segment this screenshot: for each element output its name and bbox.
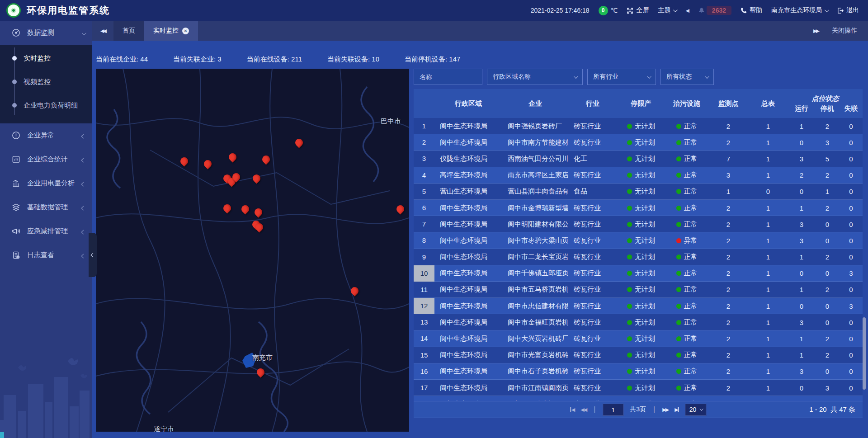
col-header[interactable]: 企业 [502, 99, 568, 108]
sidebar-item-6[interactable]: 日志查看 [0, 243, 92, 267]
cell-limit-status: 无计划 [617, 367, 665, 376]
row-index: 6 [414, 200, 434, 216]
row-index: 15 [414, 347, 434, 363]
table-row[interactable]: 10阆中生态环境局阆中千佛镇五郎垭页岩砖瓦行业无计划正常21003 [414, 265, 863, 282]
cell-run: 0 [788, 139, 815, 146]
table-row[interactable]: 11阆中生态环境局阆中市五马桥页岩机砖砖瓦行业无计划正常21120 [414, 282, 863, 298]
status-select[interactable]: 所有状态 [660, 69, 714, 85]
table-row[interactable]: 17阆中生态环境局阆中市江南镇阆南页岩砖瓦行业无计划正常21030 [414, 380, 863, 396]
pagination-bar: ◀ ◀◀ | 1 共3页 | ▶▶ ▶ 20 1 - 20 共 47 条 [414, 401, 863, 418]
table-row[interactable]: 1阆中生态环境局阆中强锐页岩砖厂砖瓦行业无计划正常21120 [414, 118, 863, 134]
cell-run: 0 [788, 269, 815, 277]
industry-select[interactable]: 所有行业 [587, 69, 656, 85]
cell-limit-status: 无计划 [617, 122, 665, 131]
cell-run: 0 [788, 384, 815, 392]
col-header[interactable]: 停限产 [617, 99, 665, 108]
cell-lost: 0 [840, 155, 863, 163]
cell-stop: 1 [815, 188, 840, 195]
sidebar-item-2[interactable]: 企业综合统计 [0, 147, 92, 171]
sidebar-item-4[interactable]: 基础数据管理 [0, 195, 92, 219]
cell-points: 2 [708, 139, 748, 146]
cell-points: 2 [708, 367, 748, 375]
cell-meters: 1 [748, 139, 788, 146]
cell-region: 阆中生态环境局 [434, 269, 502, 278]
cell-stop: 3 [815, 384, 840, 392]
table-row[interactable]: 14阆中生态环境局阆中大兴页岩机砖厂砖瓦行业无计划正常21120 [414, 330, 863, 347]
page-input[interactable]: 1 [603, 404, 623, 416]
row-index: 8 [414, 232, 434, 249]
col-subheader[interactable]: 运行 [788, 104, 815, 118]
status-dot-icon [627, 206, 632, 211]
notifications[interactable]: 🔔︎ 2632 [698, 6, 731, 15]
prev-page-button[interactable]: ◀◀ [580, 407, 586, 413]
sidebar-subitem-企业电力负荷明细[interactable]: 企业电力负荷明细 [0, 94, 92, 117]
table-row[interactable]: 16阆中生态环境局阆中市石子页岩机砖厂砖瓦行业无计划正常21300 [414, 363, 863, 380]
cell-region: 仪陇生态环境局 [434, 155, 502, 163]
chevron-down-icon [825, 8, 829, 12]
first-page-button[interactable]: ◀ [570, 407, 574, 413]
org-menu[interactable]: 南充市生态环境局 [771, 6, 828, 14]
row-index: 3 [414, 151, 434, 167]
panel-collapse-handle[interactable] [89, 233, 97, 277]
tab-realtime-monitor[interactable]: 实时监控 ✕ [144, 21, 198, 41]
table-body: 1阆中生态环境局阆中强锐页岩砖厂砖瓦行业无计划正常211202阆中生态环境局阆中… [414, 118, 863, 404]
chevron-left-icon [82, 227, 85, 235]
cell-region: 阆中生态环境局 [434, 122, 502, 131]
map[interactable]: 巴中市南充市遂宁市 [96, 69, 409, 432]
logout-button[interactable]: 退出 [837, 6, 859, 14]
cell-region: 阆中生态环境局 [434, 334, 502, 343]
cell-facility-status: 正常 [665, 138, 708, 147]
status-dot-icon [627, 140, 632, 145]
col-header[interactable]: 行政区域 [434, 99, 502, 108]
col-header[interactable]: 行业 [568, 99, 617, 108]
sidebar-item-1[interactable]: 企业异常 [0, 123, 92, 147]
table-row[interactable]: 13阆中生态环境局阆中市金福旺页岩机砖砖瓦行业无计划正常21300 [414, 314, 863, 330]
table-row[interactable]: 4高坪生态环境局南充市高坪区王家店建砖瓦行业无计划正常31220 [414, 167, 863, 184]
last-page-button[interactable]: ▶ [675, 407, 679, 413]
table-header: 行政区域企业行业停限产治污设施监测点总表点位状态运行停机失联 [414, 89, 863, 118]
cell-facility-status: 正常 [665, 384, 708, 392]
status-dot-icon [676, 206, 681, 211]
table-row[interactable]: 12阆中生态环境局阆中市忠信建材有限公砖瓦行业无计划正常21003 [414, 298, 863, 314]
page-size-select[interactable]: 20 [685, 404, 707, 416]
sidebar-item-0[interactable]: 数据监测 [0, 21, 92, 45]
table-row[interactable]: 6阆中生态环境局阆中市金博瑞新型墙材砖瓦行业无计划正常21120 [414, 200, 863, 216]
theme-menu[interactable]: 主题 [658, 6, 676, 14]
table-row[interactable]: 5营山生态环境局营山县润丰肉食品有限食品无计划正常10010 [414, 184, 863, 200]
table-row[interactable]: 15阆中生态环境局阆中市光富页岩机砖厂砖瓦行业无计划正常21120 [414, 347, 863, 363]
tab-close-icon[interactable]: ✕ [182, 28, 189, 34]
table-row[interactable]: 2阆中生态环境局阆中市南方节能建材有砖瓦行业无计划正常21030 [414, 134, 863, 151]
col-subheader[interactable]: 失联 [840, 104, 863, 118]
fullscreen-button[interactable]: 全屏 [627, 6, 649, 14]
sidebar-subitem-视频监控[interactable]: 视频监控 [0, 70, 92, 94]
status-dot-icon [676, 320, 681, 325]
tabs-scroll-right-icon[interactable]: ▶▶ [813, 28, 818, 34]
region-select[interactable]: 行政区域名称 [487, 69, 583, 85]
help-button[interactable]: 帮助 [741, 6, 762, 14]
table-row[interactable]: 8阆中生态环境局阆中市枣碧大梁山页岩砖瓦行业无计划异常21300 [414, 232, 863, 249]
col-header[interactable]: 治污设施 [665, 99, 708, 108]
cell-facility-status: 正常 [665, 122, 708, 131]
cell-lost: 0 [840, 204, 863, 212]
close-actions-menu[interactable]: 关闭操作 [832, 27, 857, 35]
col-subheader[interactable]: 停机 [815, 104, 840, 118]
cell-points: 3 [708, 171, 748, 179]
table-row[interactable]: 3仪陇生态环境局西南油气田分公司川中化工无计划正常71350 [414, 151, 863, 167]
sidebar-item-3[interactable]: 企业用电量分析 [0, 171, 92, 195]
scrollbar-thumb[interactable] [863, 317, 866, 390]
cell-company: 阆中市光富页岩机砖厂 [502, 351, 568, 359]
tab-home[interactable]: 首页 [113, 21, 144, 41]
table-row[interactable]: 9阆中生态环境局阆中市二龙长宝页岩砖砖瓦行业无计划正常21120 [414, 249, 863, 265]
sidebar-item-5[interactable]: 应急减排管理 [0, 219, 92, 243]
status-dot-icon [627, 222, 632, 227]
tabs-scroll-left-icon[interactable]: ◀◀ [92, 28, 113, 34]
table-row[interactable]: 7阆中生态环境局阆中明阳建材有限公司砖瓦行业无计划正常21300 [414, 216, 863, 232]
next-page-button[interactable]: ▶▶ [662, 407, 668, 413]
chevron-down-icon [82, 29, 85, 37]
col-header[interactable]: 监测点 [708, 99, 748, 108]
col-header[interactable]: 总表 [748, 99, 788, 108]
sidebar-subitem-实时监控[interactable]: 实时监控 [0, 47, 92, 70]
name-search-input[interactable] [414, 69, 482, 85]
mute-speaker-icon[interactable]: ◀ [685, 8, 689, 14]
cell-points: 2 [708, 319, 748, 326]
